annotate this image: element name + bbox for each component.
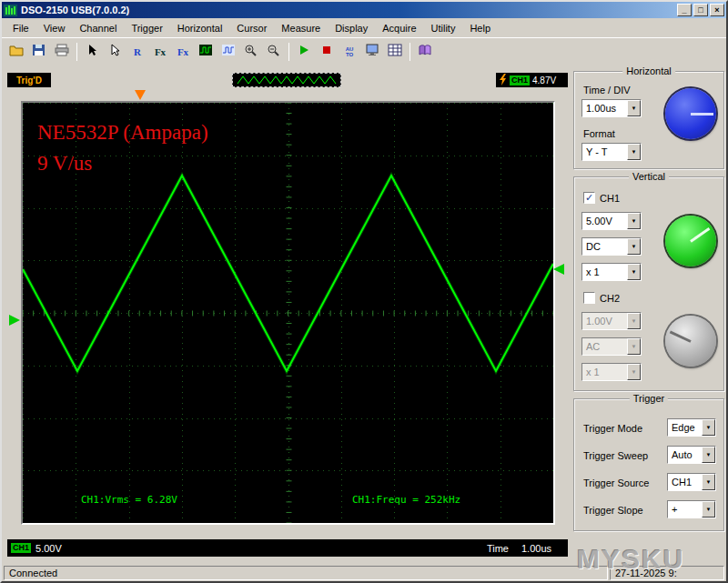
trigger-panel: Trigger Trigger Mode Edge ▼ Trigger Swee… (573, 398, 724, 531)
ch1-volt-div-select[interactable]: 5.00V ▼ (581, 212, 642, 230)
scope-annotation-line2: 9 V/us (37, 152, 92, 176)
chevron-down-icon[interactable]: ▼ (702, 474, 715, 490)
format-label: Format (583, 128, 615, 139)
chevron-down-icon[interactable]: ▼ (627, 213, 641, 229)
menu-trigger[interactable]: Trigger (124, 21, 169, 35)
ch1-checkbox-row[interactable]: ✓ CH1 (583, 192, 620, 204)
menu-acquire[interactable]: Acquire (375, 21, 423, 35)
horizontal-position-knob[interactable] (665, 88, 716, 139)
window-controls: _ □ × (677, 4, 724, 16)
ch1-scale-chip: CH1 (11, 543, 31, 553)
time-div-value: 1.00us (582, 100, 627, 116)
knob-indicator (691, 113, 713, 116)
refresh-r-icon: R (134, 46, 141, 57)
ch1-ground-marker[interactable] (9, 315, 20, 326)
chevron-down-icon[interactable]: ▼ (702, 447, 715, 463)
menu-display[interactable]: Display (328, 21, 375, 35)
ch2-coupling-value: AC (582, 338, 627, 355)
trigger-slope-value: + (668, 501, 702, 518)
stop-icon (319, 44, 334, 59)
trigger-mode-label: Trigger Mode (583, 423, 642, 434)
chevron-down-icon[interactable]: ▼ (627, 238, 641, 255)
chevron-down-icon[interactable]: ▼ (627, 144, 641, 160)
knob-indicator (670, 331, 692, 343)
menu-view[interactable]: View (36, 21, 73, 35)
menu-help[interactable]: Help (462, 21, 498, 35)
book-icon (418, 44, 432, 59)
waveform2-button[interactable] (217, 41, 239, 62)
time-div-select[interactable]: 1.00us ▼ (581, 99, 642, 117)
trigger-status-text: Trig'D (16, 75, 42, 85)
trigger-channel-chip: CH1 (510, 75, 530, 85)
autoset-button[interactable]: AU TO (339, 41, 360, 62)
ch2-checkbox[interactable]: ✓ (583, 292, 595, 304)
app-window: DSO-2150 USB(7.0.0.2) _ □ × File View Ch… (0, 0, 728, 583)
toolbar-separator (76, 43, 77, 61)
zoom-out-button[interactable] (263, 41, 285, 62)
format-select[interactable]: Y - T ▼ (581, 143, 642, 161)
chevron-down-icon: ▼ (627, 313, 641, 329)
datetime-status: 27-11-2025 9: (610, 566, 724, 580)
waveform-preview-box[interactable] (232, 73, 341, 87)
display-window-button[interactable] (361, 41, 383, 62)
chevron-down-icon[interactable]: ▼ (702, 419, 715, 436)
vertical-panel-title: Vertical (629, 171, 669, 182)
function-button[interactable]: Fx (149, 41, 171, 62)
cursor-button[interactable] (81, 41, 103, 62)
scale-bar: CH1 5.00V Time 1.00us (7, 539, 568, 557)
help-button[interactable] (414, 41, 436, 62)
ch2-volt-div-select: 1.00V ▼ (581, 312, 642, 330)
refresh-button[interactable]: R (126, 41, 148, 62)
start-button[interactable] (293, 41, 315, 62)
trigger-source-select[interactable]: CH1 ▼ (667, 473, 716, 491)
trigger-status-box: Trig'D (7, 73, 51, 87)
ch1-label: CH1 (600, 193, 620, 204)
titlebar: DSO-2150 USB(7.0.0.2) _ □ × (2, 2, 726, 18)
ch1-position-knob[interactable] (665, 216, 716, 266)
scope-grid-svg (23, 103, 553, 523)
select-button[interactable] (104, 41, 126, 62)
trigger-mode-select[interactable]: Edge ▼ (667, 418, 716, 437)
trigger-info-box: CH1 4.87V (496, 73, 568, 87)
scope-display: NE5532P (Ampapa) 9 V/us CH1:Vrms = 6.28V… (21, 101, 555, 525)
maximize-button[interactable]: □ (693, 4, 708, 16)
chevron-down-icon[interactable]: ▼ (702, 501, 715, 518)
trigger-slope-select[interactable]: + ▼ (667, 500, 716, 518)
menu-utility[interactable]: Utility (424, 21, 463, 35)
trigger-level-marker[interactable] (553, 264, 564, 275)
connection-status: Connected (4, 566, 608, 580)
menu-horizontal[interactable]: Horizontal (170, 21, 230, 35)
chevron-down-icon[interactable]: ▼ (627, 100, 641, 116)
horizontal-panel: Horizontal Time / DIV 1.00us ▼ Format Y … (573, 71, 724, 169)
ch1-coupling-select[interactable]: DC ▼ (581, 237, 642, 256)
fx-icon: Fx (155, 46, 166, 57)
menu-file[interactable]: File (5, 21, 36, 35)
trigger-sweep-select[interactable]: Auto ▼ (667, 446, 716, 464)
trigger-sweep-value: Auto (668, 447, 702, 463)
trigger-panel-title: Trigger (630, 393, 668, 404)
trigger-slope-label: Trigger Slope (583, 505, 643, 516)
menu-channel[interactable]: Channel (72, 21, 124, 35)
grid-view-button[interactable] (384, 41, 406, 62)
function2-button[interactable]: Fx (172, 41, 194, 62)
minimize-button[interactable]: _ (677, 4, 692, 16)
toolbar-separator (410, 43, 410, 61)
ch2-checkbox-row[interactable]: ✓ CH2 (583, 292, 620, 304)
chevron-down-icon[interactable]: ▼ (627, 264, 641, 280)
menu-measure[interactable]: Measure (274, 21, 328, 35)
ch1-checkbox[interactable]: ✓ (583, 192, 595, 204)
square-wave-blue-icon (221, 44, 236, 59)
ch2-position-knob[interactable] (665, 316, 716, 367)
horizontal-panel-title: Horizontal (622, 65, 675, 76)
menu-cursor[interactable]: Cursor (229, 21, 274, 35)
waveform-button[interactable] (195, 41, 217, 62)
open-button[interactable] (5, 41, 27, 62)
ch1-probe-select[interactable]: x 1 ▼ (581, 263, 642, 281)
zoom-in-button[interactable] (240, 41, 262, 62)
save-button[interactable] (28, 41, 50, 62)
close-button[interactable]: × (710, 4, 724, 16)
zoom-in-icon (244, 44, 258, 59)
trigger-position-marker[interactable] (135, 90, 146, 100)
stop-button[interactable] (316, 41, 338, 62)
print-button[interactable] (51, 41, 73, 62)
